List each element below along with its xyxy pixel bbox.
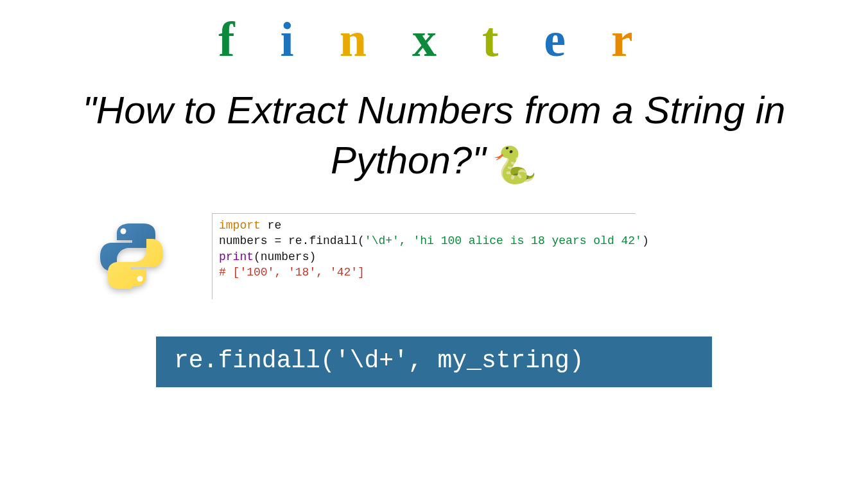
banner-code: re.findall('\d+', my_string)	[174, 347, 584, 374]
svg-point-1	[137, 276, 143, 282]
svg-point-0	[121, 229, 126, 234]
snake-icon: 🐍	[492, 144, 537, 185]
python-logo-icon	[96, 220, 167, 290]
summary-banner: re.findall('\d+', my_string)	[156, 337, 712, 387]
code-module-re: re	[261, 219, 281, 232]
code-line2-strings: '\d+', 'hi 100 alice is 18 years old 42'	[365, 234, 642, 247]
page-title: "How to Extract Numbers from a String in…	[83, 89, 786, 182]
brand-letter-x: x	[412, 12, 453, 67]
code-comment-output: # ['100', '18', '42']	[219, 266, 365, 279]
code-line3-args: (numbers)	[254, 250, 316, 263]
code-builtin-print: print	[219, 250, 254, 263]
brand-letter-n: n	[340, 12, 383, 67]
brand-letter-t: t	[482, 12, 515, 67]
code-example-row: import re numbers = re.findall('\d+', 'h…	[0, 213, 868, 299]
brand-letter-r: r	[611, 12, 650, 67]
code-line2-a: numbers = re.findall(	[219, 234, 365, 247]
brand-letter-f: f	[218, 12, 251, 67]
code-line2-b: )	[642, 234, 649, 247]
code-keyword-import: import	[219, 219, 261, 232]
page-title-wrap: "How to Extract Numbers from a String in…	[0, 85, 868, 186]
brand-letter-i: i	[281, 12, 311, 67]
brand-letter-e: e	[544, 12, 582, 67]
code-snippet: import re numbers = re.findall('\d+', 'h…	[212, 213, 636, 299]
brand-logo: f i n x t e r	[0, 0, 868, 67]
